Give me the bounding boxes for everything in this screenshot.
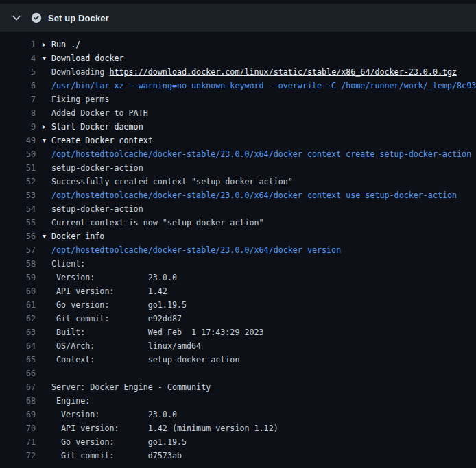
group-toggle-icon: [43, 339, 51, 353]
line-number[interactable]: 51: [0, 161, 36, 175]
log-line: 66: [0, 367, 476, 380]
line-number[interactable]: 5: [0, 65, 36, 79]
line-number[interactable]: 71: [0, 435, 36, 449]
line-number[interactable]: 55: [0, 216, 36, 230]
log-text: Docker info: [51, 230, 104, 243]
group-toggle-icon: [43, 408, 51, 421]
line-number[interactable]: 58: [0, 257, 36, 271]
line-number[interactable]: 8: [0, 106, 36, 120]
line-number[interactable]: 66: [0, 367, 36, 380]
line-number[interactable]: 1: [0, 38, 36, 51]
log-line: 69 Version: 23.0.0: [0, 408, 476, 421]
log-line[interactable]: 4 ▾ Download docker: [0, 51, 476, 65]
line-number[interactable]: 52: [0, 175, 36, 188]
log-text: Server: Docker Engine - Community: [51, 380, 211, 394]
log-text: Added Docker to PATH: [51, 106, 148, 120]
group-toggle-icon: [43, 435, 51, 449]
group-toggle-icon[interactable]: ▾: [43, 134, 51, 147]
chevron-down-icon[interactable]: [11, 12, 22, 23]
group-toggle-icon[interactable]: ▾: [43, 51, 51, 65]
group-toggle-icon: [43, 243, 51, 257]
group-toggle-icon: [43, 79, 51, 93]
log-link[interactable]: https://download.docker.com/linux/static…: [109, 67, 457, 77]
log-line[interactable]: 56 ▾ Docker info: [0, 230, 476, 243]
group-toggle-icon: [43, 188, 51, 202]
line-number[interactable]: 63: [0, 325, 36, 339]
group-toggle-icon: [43, 353, 51, 367]
log-line: 7 Fixing perms: [0, 93, 476, 106]
log-text: Start Docker daemon: [51, 120, 143, 134]
group-toggle-icon: [43, 202, 51, 216]
group-toggle-icon: [43, 147, 51, 161]
log-text: Download docker: [51, 51, 124, 65]
log-line: 63 Built: Wed Feb 1 17:43:29 2023: [0, 325, 476, 339]
line-number[interactable]: 60: [0, 284, 36, 298]
log-line: 50 /opt/hostedtoolcache/docker-stable/23…: [0, 147, 476, 161]
log-text: Version: 23.0.0: [51, 408, 177, 421]
line-number[interactable]: 56: [0, 230, 36, 243]
log-line: 55 Current context is now "setup-docker-…: [0, 216, 476, 230]
group-toggle-icon: [43, 257, 51, 271]
log-text: /usr/bin/tar xz --warning=no-unknown-key…: [51, 79, 476, 93]
log-text: Version: 23.0.0: [51, 271, 177, 284]
group-toggle-icon[interactable]: ▸: [43, 120, 51, 134]
log-text: Fixing perms: [51, 93, 109, 106]
log-line[interactable]: 9 ▸ Start Docker daemon: [0, 120, 476, 134]
line-number[interactable]: 54: [0, 202, 36, 216]
line-number[interactable]: 7: [0, 93, 36, 106]
log-line: 59 Version: 23.0.0: [0, 271, 476, 284]
log-line: 65 Context: setup-docker-action: [0, 353, 476, 367]
log-line: 61 Go version: go1.19.5: [0, 298, 476, 312]
log-text: setup-docker-action: [51, 202, 143, 216]
line-number[interactable]: 64: [0, 339, 36, 353]
log-line: 70 API version: 1.42 (minimum version 1.…: [0, 421, 476, 435]
line-number[interactable]: 9: [0, 120, 36, 134]
log-text: Downloading https://download.docker.com/…: [51, 65, 457, 79]
line-number[interactable]: 70: [0, 421, 36, 435]
log-line: 71 Go version: go1.19.5: [0, 435, 476, 449]
log-text: setup-docker-action: [51, 161, 143, 175]
line-number[interactable]: 69: [0, 408, 36, 421]
line-number[interactable]: 59: [0, 271, 36, 284]
line-number[interactable]: 53: [0, 188, 36, 202]
step-header[interactable]: Set up Docker: [0, 4, 476, 32]
line-number[interactable]: 6: [0, 79, 36, 93]
log-text: API version: 1.42 (minimum version 1.12): [51, 421, 278, 435]
log-text: OS/Arch: linux/amd64: [51, 339, 201, 353]
group-toggle-icon: [43, 421, 51, 435]
log-line: 5 Downloading https://download.docker.co…: [0, 65, 476, 79]
line-number[interactable]: 68: [0, 394, 36, 408]
group-toggle-icon[interactable]: ▸: [43, 38, 51, 51]
line-number[interactable]: 57: [0, 243, 36, 257]
log-line: 64 OS/Arch: linux/amd64: [0, 339, 476, 353]
line-number[interactable]: 4: [0, 51, 36, 65]
log-line: 60 API version: 1.42: [0, 284, 476, 298]
group-toggle-icon: [43, 380, 51, 394]
log-text: Current context is now "setup-docker-act…: [51, 216, 264, 230]
line-number[interactable]: 72: [0, 449, 36, 463]
group-toggle-icon: [43, 284, 51, 298]
log-line: 51 setup-docker-action: [0, 161, 476, 175]
step-title: Set up Docker: [48, 13, 109, 23]
group-toggle-icon: [43, 271, 51, 284]
group-toggle-icon[interactable]: ▾: [43, 230, 51, 243]
group-toggle-icon: [43, 449, 51, 463]
log-line[interactable]: 49 ▾ Create Docker context: [0, 134, 476, 147]
line-number[interactable]: 50: [0, 147, 36, 161]
log-text: Git commit: d7573ab: [51, 449, 182, 463]
log-text: Engine:: [51, 394, 90, 408]
log-text: Run ./: [51, 38, 80, 51]
log-text: Go version: go1.19.5: [51, 298, 187, 312]
line-number[interactable]: 67: [0, 380, 36, 394]
line-number[interactable]: 65: [0, 353, 36, 367]
group-toggle-icon: [43, 367, 51, 380]
log-line[interactable]: 1 ▸ Run ./: [0, 38, 476, 51]
line-number[interactable]: 62: [0, 312, 36, 325]
log-line: 54 setup-docker-action: [0, 202, 476, 216]
log-text: Successfully created context "setup-dock…: [51, 175, 293, 188]
log-area: 1 ▸ Run ./ 4 ▾ Download docker 5 Downloa…: [0, 32, 476, 463]
group-toggle-icon: [43, 106, 51, 120]
log-text: Context: setup-docker-action: [51, 353, 239, 367]
line-number[interactable]: 49: [0, 134, 36, 147]
line-number[interactable]: 61: [0, 298, 36, 312]
